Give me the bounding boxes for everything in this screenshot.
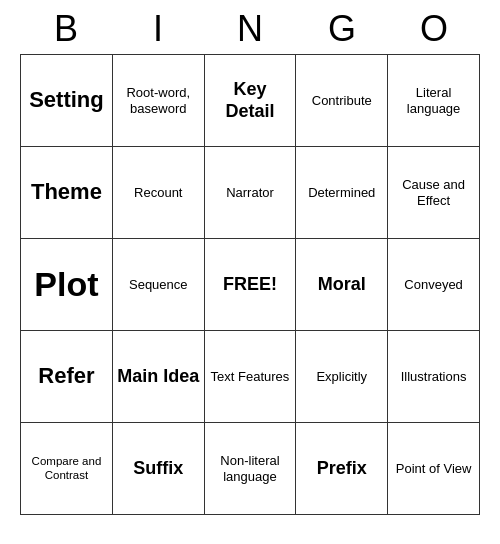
- bingo-cell: Illustrations: [388, 331, 480, 423]
- bingo-cell: Conveyed: [388, 239, 480, 331]
- bingo-cell: Plot: [21, 239, 113, 331]
- bingo-cell: Compare and Contrast: [21, 423, 113, 515]
- bingo-cell: Refer: [21, 331, 113, 423]
- bingo-cell: Theme: [21, 147, 113, 239]
- bingo-cell: Key Detail: [204, 55, 296, 147]
- header-letter: O: [394, 8, 474, 50]
- bingo-cell: Determined: [296, 147, 388, 239]
- header-letter: N: [210, 8, 290, 50]
- bingo-cell: Setting: [21, 55, 113, 147]
- bingo-cell: Text Features: [204, 331, 296, 423]
- bingo-cell: Explicitly: [296, 331, 388, 423]
- bingo-cell: FREE!: [204, 239, 296, 331]
- bingo-table: SettingRoot-word, basewordKey DetailCont…: [20, 54, 480, 515]
- bingo-cell: Moral: [296, 239, 388, 331]
- bingo-cell: Prefix: [296, 423, 388, 515]
- bingo-cell: Main Idea: [112, 331, 204, 423]
- bingo-cell: Cause and Effect: [388, 147, 480, 239]
- bingo-header: BINGO: [20, 0, 480, 54]
- header-letter: I: [118, 8, 198, 50]
- bingo-cell: Root-word, baseword: [112, 55, 204, 147]
- bingo-cell: Sequence: [112, 239, 204, 331]
- bingo-cell: Point of View: [388, 423, 480, 515]
- bingo-cell: Contribute: [296, 55, 388, 147]
- header-letter: B: [26, 8, 106, 50]
- bingo-cell: Non-literal language: [204, 423, 296, 515]
- header-letter: G: [302, 8, 382, 50]
- bingo-cell: Recount: [112, 147, 204, 239]
- bingo-cell: Suffix: [112, 423, 204, 515]
- bingo-cell: Literal language: [388, 55, 480, 147]
- bingo-cell: Narrator: [204, 147, 296, 239]
